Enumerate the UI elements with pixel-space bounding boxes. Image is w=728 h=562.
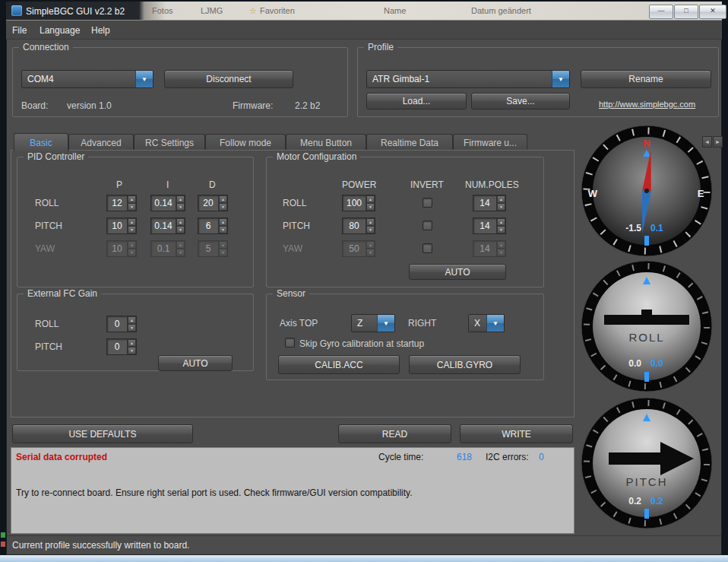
spin-up-icon[interactable]: ▲: [128, 241, 136, 249]
calib-acc-button[interactable]: CALIB.ACC: [278, 355, 400, 374]
motor-pitch-invert-checkbox[interactable]: [423, 221, 432, 230]
spin-up-icon[interactable]: ▲: [366, 241, 375, 249]
spin-down-icon[interactable]: ▼: [128, 347, 136, 354]
spin-up-icon[interactable]: ▲: [219, 218, 227, 226]
minimize-button[interactable]: —: [649, 5, 673, 19]
spin-up-icon[interactable]: ▲: [219, 195, 227, 203]
roll-bottom-tick: [644, 372, 649, 382]
pid-yaw-i-spinner[interactable]: 0.1 ▲▼: [150, 240, 185, 257]
spin-up-icon[interactable]: ▲: [497, 241, 505, 249]
pid-roll-i-spinner[interactable]: 0.14 ▲▼: [150, 195, 185, 211]
tab-firmware-upgrade[interactable]: Firmware u...: [453, 134, 527, 151]
motor-col-invert: INVERT: [410, 179, 444, 190]
dropdown-arrow-icon[interactable]: ▼: [486, 315, 504, 332]
axis-right-select[interactable]: X ▼: [468, 314, 505, 332]
pid-col-i: I: [166, 179, 169, 190]
spin-down-icon[interactable]: ▼: [497, 249, 505, 256]
pid-pitch-i-spinner[interactable]: 0.14 ▲▼: [150, 217, 185, 234]
dropdown-arrow-icon[interactable]: ▼: [377, 315, 394, 332]
pid-yaw-p-spinner[interactable]: 10 ▲▼: [106, 240, 137, 257]
write-button[interactable]: WRITE: [460, 424, 573, 443]
calib-gyro-button[interactable]: CALIB.GYRO: [409, 355, 521, 374]
spin-down-icon[interactable]: ▼: [176, 203, 185, 211]
pitch-gauge: PITCH 0.2 0.2: [580, 396, 714, 530]
spin-down-icon[interactable]: ▼: [497, 203, 505, 211]
connection-group-label: Connection: [19, 42, 73, 52]
spin-down-icon[interactable]: ▼: [219, 226, 227, 233]
pid-pitch-d-spinner[interactable]: 6 ▲▼: [198, 217, 228, 234]
menu-file[interactable]: File: [12, 25, 27, 36]
tab-scroll-right-icon[interactable]: ►: [713, 136, 723, 148]
simplebgc-link[interactable]: http://www.simplebgc.com: [599, 100, 695, 109]
maximize-button[interactable]: □: [674, 5, 698, 19]
external-fc-group-label: External FC Gain: [24, 288, 101, 299]
load-button[interactable]: Load...: [366, 93, 467, 110]
motor-pitch-power-spinner[interactable]: 80 ▲▼: [342, 217, 375, 234]
spin-up-icon[interactable]: ▲: [497, 195, 505, 203]
spin-up-icon[interactable]: ▲: [497, 218, 505, 226]
spin-down-icon[interactable]: ▼: [366, 203, 375, 211]
motor-roll-invert-checkbox[interactable]: [423, 198, 432, 208]
spin-up-icon[interactable]: ▲: [128, 195, 136, 203]
pid-pitch-p-spinner[interactable]: 10 ▲▼: [106, 217, 137, 234]
pid-roll-d-spinner[interactable]: 20 ▲▼: [198, 195, 228, 211]
spin-down-icon[interactable]: ▼: [128, 203, 136, 211]
spin-up-icon[interactable]: ▲: [128, 339, 136, 347]
axis-top-select[interactable]: Z ▼: [351, 314, 395, 332]
motor-roll-power-spinner[interactable]: 100 ▲▼: [342, 195, 375, 211]
spin-up-icon[interactable]: ▲: [366, 218, 375, 226]
spin-up-icon[interactable]: ▲: [128, 316, 136, 324]
compass-target-value: 0.1: [650, 223, 663, 233]
pid-roll-p-spinner[interactable]: 12 ▲▼: [106, 195, 137, 211]
motor-auto-button[interactable]: AUTO: [409, 264, 506, 280]
read-button[interactable]: READ: [338, 424, 451, 443]
use-defaults-button[interactable]: USE DEFAULTS: [12, 424, 193, 443]
spin-up-icon[interactable]: ▲: [128, 218, 136, 226]
com-port-select[interactable]: COM4 ▼: [21, 70, 154, 88]
tab-menu-button[interactable]: Menu Button: [286, 134, 366, 151]
dropdown-arrow-icon[interactable]: ▼: [135, 71, 153, 87]
titlebar: SimpleBGC GUI v2.2 b2 Fotos LJMG ☆ Favor…: [6, 2, 722, 21]
spin-up-icon[interactable]: ▲: [366, 195, 375, 203]
spin-down-icon[interactable]: ▼: [128, 226, 136, 233]
tab-follow-mode[interactable]: Follow mode: [205, 134, 286, 151]
spin-down-icon[interactable]: ▼: [497, 226, 505, 233]
spin-down-icon[interactable]: ▼: [219, 203, 227, 211]
profile-select[interactable]: ATR Gimbal-1 ▼: [366, 70, 570, 88]
spin-up-icon[interactable]: ▲: [219, 241, 227, 249]
motor-yaw-poles-spinner[interactable]: 14 ▲▼: [473, 240, 506, 257]
fc-gain-pitch-spinner[interactable]: 0 ▲▼: [106, 338, 137, 355]
motor-pitch-poles-spinner[interactable]: 14 ▲▼: [473, 217, 506, 234]
motor-yaw-invert-checkbox[interactable]: [423, 243, 432, 253]
roll-target-value: 0.0: [650, 358, 663, 369]
spin-down-icon[interactable]: ▼: [128, 249, 136, 256]
fc-gain-roll-spinner[interactable]: 0 ▲▼: [106, 316, 137, 332]
spin-down-icon[interactable]: ▼: [366, 249, 375, 256]
tab-advanced[interactable]: Advanced: [68, 134, 134, 151]
motor-yaw-power-spinner[interactable]: 50 ▲▼: [342, 240, 375, 257]
spin-down-icon[interactable]: ▼: [176, 249, 185, 256]
spin-down-icon[interactable]: ▼: [219, 249, 227, 256]
skip-gyro-checkbox[interactable]: [285, 338, 295, 348]
spin-up-icon[interactable]: ▲: [176, 195, 185, 203]
save-button[interactable]: Save...: [471, 93, 570, 110]
tab-rc-settings[interactable]: RC Settings: [134, 134, 205, 151]
close-button[interactable]: ✕: [699, 5, 726, 19]
spin-up-icon[interactable]: ▲: [176, 241, 185, 249]
spin-up-icon[interactable]: ▲: [176, 218, 185, 226]
compass-value: -1.5: [625, 223, 641, 233]
motor-roll-poles-spinner[interactable]: 14 ▲▼: [473, 195, 506, 211]
menu-help[interactable]: Help: [91, 25, 110, 36]
spin-down-icon[interactable]: ▼: [366, 226, 375, 233]
tab-basic[interactable]: Basic: [14, 133, 68, 151]
tab-realtime-data[interactable]: Realtime Data: [366, 134, 453, 151]
rename-button[interactable]: Rename: [581, 70, 711, 88]
skip-gyro-label[interactable]: Skip Gyro calibration at startup: [299, 338, 424, 349]
disconnect-button[interactable]: Disconnect: [164, 70, 293, 88]
spin-down-icon[interactable]: ▼: [128, 324, 136, 332]
menu-language[interactable]: Language: [40, 25, 80, 36]
spin-down-icon[interactable]: ▼: [176, 226, 185, 233]
dropdown-arrow-icon[interactable]: ▼: [552, 71, 569, 87]
fc-gain-auto-button[interactable]: AUTO: [158, 355, 233, 371]
pid-yaw-d-spinner[interactable]: 5 ▲▼: [198, 240, 228, 257]
